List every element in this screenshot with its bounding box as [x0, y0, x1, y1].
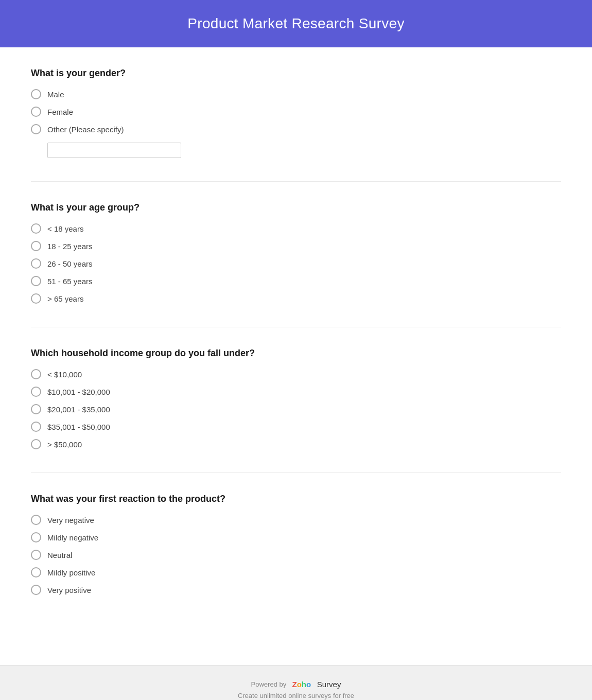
gender-other-text-input[interactable] — [47, 143, 181, 158]
list-item: > $50,000 — [31, 439, 561, 449]
list-item: 26 - 50 years — [31, 258, 561, 269]
list-item: $20,001 - $35,000 — [31, 404, 561, 414]
income-35k-50k-radio[interactable] — [31, 422, 41, 432]
reaction-very-negative-radio[interactable] — [31, 515, 41, 525]
footer-sub-text: Create unlimited online surveys for free — [10, 692, 582, 699]
zoho-logo-container: Zoho Survey — [288, 680, 341, 689]
zoho-o1: o — [297, 680, 302, 689]
question-gender-label: What is your gender? — [31, 68, 561, 79]
question-age: What is your age group? < 18 years 18 - … — [31, 202, 561, 304]
age-18-25-label[interactable]: 18 - 25 years — [47, 242, 93, 251]
age-26-50-label[interactable]: 26 - 50 years — [47, 259, 93, 268]
list-item: $10,001 - $20,000 — [31, 387, 561, 397]
survey-header: Product Market Research Survey — [0, 0, 592, 47]
question-reaction: What was your first reaction to the prod… — [31, 494, 561, 595]
list-item: 18 - 25 years — [31, 241, 561, 251]
age-under18-radio[interactable] — [31, 223, 41, 234]
gender-options: Male Female Other (Please specify) — [31, 89, 561, 158]
reaction-very-negative-label[interactable]: Very negative — [47, 516, 94, 524]
income-10k-20k-radio[interactable] — [31, 387, 41, 397]
reaction-mildly-positive-radio[interactable] — [31, 567, 41, 577]
gender-female-radio[interactable] — [31, 107, 41, 117]
reaction-options: Very negative Mildly negative Neutral Mi… — [31, 515, 561, 595]
income-over50k-label[interactable]: > $50,000 — [47, 440, 82, 449]
survey-body: What is your gender? Male Female Other (… — [0, 47, 592, 665]
reaction-very-positive-radio[interactable] — [31, 585, 41, 595]
age-under18-label[interactable]: < 18 years — [47, 224, 83, 233]
divider-3 — [31, 472, 561, 473]
question-reaction-label: What was your first reaction to the prod… — [31, 494, 561, 504]
income-20k-35k-label[interactable]: $20,001 - $35,000 — [47, 405, 110, 414]
divider-2 — [31, 327, 561, 327]
age-18-25-radio[interactable] — [31, 241, 41, 251]
zoho-o2: o — [306, 680, 311, 689]
gender-other-label[interactable]: Other (Please specify) — [47, 125, 124, 134]
divider-1 — [31, 181, 561, 182]
reaction-mildly-negative-radio[interactable] — [31, 532, 41, 542]
list-item: 51 - 65 years — [31, 276, 561, 286]
list-item: Other (Please specify) — [31, 124, 561, 158]
age-over65-label[interactable]: > 65 years — [47, 294, 83, 303]
list-item: Male — [31, 89, 561, 99]
gender-other-input-wrapper — [47, 143, 181, 158]
list-item: > 65 years — [31, 293, 561, 304]
income-options: < $10,000 $10,001 - $20,000 $20,001 - $3… — [31, 369, 561, 449]
gender-male-label[interactable]: Male — [47, 90, 64, 99]
zoho-logo: Zoho — [292, 680, 311, 689]
footer-powered-line: Powered by Zoho Survey — [10, 680, 582, 689]
income-20k-35k-radio[interactable] — [31, 404, 41, 414]
reaction-mildly-negative-label[interactable]: Mildly negative — [47, 533, 98, 542]
list-item: < $10,000 — [31, 369, 561, 379]
question-age-label: What is your age group? — [31, 202, 561, 213]
list-item: Mildly negative — [31, 532, 561, 542]
powered-by-text: Powered by — [251, 680, 287, 688]
zoho-h: h — [302, 680, 306, 689]
age-26-50-radio[interactable] — [31, 258, 41, 269]
age-options: < 18 years 18 - 25 years 26 - 50 years 5… — [31, 223, 561, 304]
income-10k-20k-label[interactable]: $10,001 - $20,000 — [47, 388, 110, 396]
survey-title: Product Market Research Survey — [10, 15, 582, 32]
list-item: Very positive — [31, 585, 561, 595]
reaction-neutral-radio[interactable] — [31, 550, 41, 560]
list-item: < 18 years — [31, 223, 561, 234]
reaction-neutral-label[interactable]: Neutral — [47, 551, 72, 559]
question-gender: What is your gender? Male Female Other (… — [31, 68, 561, 158]
list-item: Very negative — [31, 515, 561, 525]
zoho-z: Z — [292, 680, 297, 689]
income-under10k-label[interactable]: < $10,000 — [47, 370, 82, 379]
age-51-65-label[interactable]: 51 - 65 years — [47, 277, 93, 286]
list-item: Mildly positive — [31, 567, 561, 577]
list-item: $35,001 - $50,000 — [31, 422, 561, 432]
gender-female-label[interactable]: Female — [47, 108, 73, 116]
income-under10k-radio[interactable] — [31, 369, 41, 379]
age-over65-radio[interactable] — [31, 293, 41, 304]
income-35k-50k-label[interactable]: $35,001 - $50,000 — [47, 423, 110, 431]
survey-footer: Powered by Zoho Survey Create unlimited … — [0, 665, 592, 700]
income-over50k-radio[interactable] — [31, 439, 41, 449]
reaction-very-positive-label[interactable]: Very positive — [47, 586, 91, 594]
gender-other-radio[interactable] — [31, 124, 41, 134]
question-income: Which household income group do you fall… — [31, 348, 561, 449]
gender-male-radio[interactable] — [31, 89, 41, 99]
age-51-65-radio[interactable] — [31, 276, 41, 286]
question-income-label: Which household income group do you fall… — [31, 348, 561, 359]
list-item: Female — [31, 107, 561, 117]
reaction-mildly-positive-label[interactable]: Mildly positive — [47, 568, 95, 577]
list-item: Neutral — [31, 550, 561, 560]
footer-survey-label: Survey — [317, 680, 341, 689]
